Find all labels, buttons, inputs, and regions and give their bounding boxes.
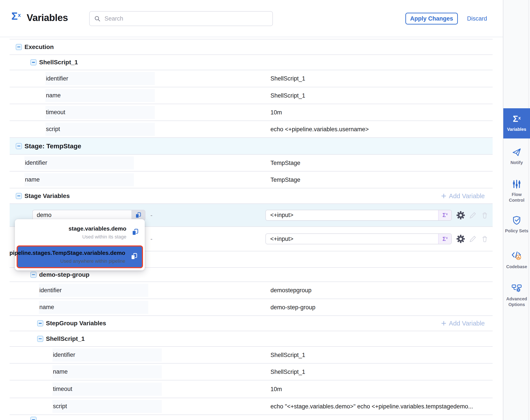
- field-value: TempStage: [270, 176, 300, 183]
- page-title: Variables: [27, 12, 68, 23]
- add-variable-button[interactable]: Add Variable: [441, 192, 485, 199]
- field-label: timeout: [45, 106, 155, 119]
- search-icon: [94, 15, 101, 22]
- section-label: demo-step-group: [39, 271, 89, 278]
- table-row-stepgroup-variables: StepGroup Variables Add Variable: [10, 316, 493, 331]
- expression-sigma-icon[interactable]: Σx: [438, 210, 451, 220]
- field-value: echo "<+stage.variables.demo>" echo <+pi…: [270, 403, 473, 410]
- variable-path-option-highlighted[interactable]: pipeline.stages.TempStage.variables.demo…: [17, 245, 143, 268]
- field-value: demostepgroup: [270, 287, 311, 294]
- sidebar-item-advanced-options[interactable]: Advanced Options: [503, 283, 530, 307]
- copy-icon[interactable]: [132, 210, 145, 220]
- edit-pencil-icon[interactable]: [469, 211, 477, 219]
- sigma-x-icon: Σx: [513, 114, 520, 123]
- sidebar-item-flow-control[interactable]: Flow Control: [503, 179, 530, 203]
- collapse-minus-icon[interactable]: [16, 193, 22, 199]
- collapse-minus-icon[interactable]: [30, 417, 37, 420]
- apply-changes-button[interactable]: Apply Changes: [405, 13, 458, 25]
- collapse-minus-icon[interactable]: [37, 320, 43, 326]
- field-label: name: [45, 89, 155, 102]
- table-row-field: name TempStage: [10, 171, 493, 188]
- table-row-field: identifier ShellScript_1: [10, 347, 493, 363]
- section-label: StepGroup Variables: [46, 320, 106, 327]
- right-sidebar: Σx Variables Notify Flow Control Policy …: [503, 0, 530, 420]
- table-row-field: identifier ShellScript_1: [10, 70, 493, 87]
- sidebar-item-label: Policy Sets: [505, 228, 529, 234]
- collapse-minus-icon[interactable]: [16, 44, 22, 50]
- delete-trash-icon[interactable]: [481, 235, 489, 243]
- variable-scope: Used anywhere within pipeline: [9, 258, 125, 264]
- field-value: 10m: [270, 109, 282, 116]
- section-label: ShellScript_1: [39, 59, 78, 66]
- table-row-field: identifier TempStage: [10, 155, 493, 171]
- field-label: identifier: [52, 348, 162, 361]
- copy-icon[interactable]: [131, 228, 139, 237]
- required-dash: -: [150, 235, 152, 242]
- table-row-field: name ShellScript_1: [10, 87, 493, 104]
- shield-check-icon: [512, 215, 522, 225]
- code-warning-icon: [511, 251, 522, 261]
- sidebar-item-label: Codebase: [506, 264, 527, 270]
- plus-icon: [441, 320, 447, 326]
- field-label: name: [39, 301, 148, 314]
- expression-sigma-icon[interactable]: Σx: [438, 234, 451, 244]
- field-label: name: [25, 173, 134, 186]
- variable-path-text: pipeline.stages.TempStage.variables.demo…: [9, 250, 125, 264]
- variable-value-input[interactable]: <+input> Σx: [265, 233, 452, 244]
- variable-value-text: <+input>: [266, 236, 438, 242]
- table-row-field: script echo <+pipeline.variables.usernam…: [10, 121, 493, 138]
- search-input[interactable]: [104, 15, 268, 22]
- field-label: identifier: [45, 72, 155, 85]
- collapse-minus-icon[interactable]: [37, 336, 43, 342]
- sidebar-item-notify[interactable]: Notify: [503, 147, 530, 165]
- table-row-field: script echo "<+stage.variables.demo>" ec…: [10, 398, 493, 415]
- sidebar-item-label: Variables: [507, 127, 526, 132]
- variable-name-text: demo: [33, 212, 132, 219]
- field-label: timeout: [52, 383, 162, 396]
- settings-gear-icon[interactable]: [456, 235, 465, 243]
- variable-scope: Used within its stage: [69, 234, 126, 240]
- variable-value-text: <+input>: [266, 212, 438, 219]
- discard-button[interactable]: Discard: [467, 15, 487, 22]
- variable-path-popup: stage.variables.demo Used within its sta…: [15, 219, 145, 270]
- field-label: identifier: [25, 156, 134, 169]
- field-value: 10m: [270, 386, 282, 392]
- add-variable-button[interactable]: Add Variable: [441, 320, 485, 327]
- sidebar-item-codebase[interactable]: Codebase: [503, 251, 530, 270]
- field-value: ShellScript_1: [270, 92, 305, 99]
- field-value: TempStage: [270, 160, 300, 166]
- collapse-minus-icon[interactable]: [30, 59, 37, 65]
- table-row-field: identifier demostepgroup: [10, 282, 493, 299]
- sidebar-item-policy-sets[interactable]: Policy Sets: [503, 215, 530, 234]
- field-label: identifier: [39, 284, 148, 297]
- edit-pencil-icon[interactable]: [469, 235, 477, 243]
- sidebar-item-variables[interactable]: Σx Variables: [503, 108, 530, 138]
- copy-icon[interactable]: [130, 253, 138, 261]
- table-row-field: name demo-step-group: [10, 299, 493, 316]
- section-label: Stage Variables: [25, 193, 70, 199]
- field-value: ShellScript_1: [270, 368, 305, 375]
- sidebar-item-label: Flow Control: [504, 192, 529, 203]
- variable-name-input[interactable]: demo: [32, 210, 145, 221]
- section-label: ShellScript_1: [46, 335, 85, 342]
- table-row-step: ShellScript_1: [10, 331, 493, 347]
- variable-path-option[interactable]: stage.variables.demo Used within its sta…: [15, 221, 145, 244]
- field-label: name: [52, 365, 162, 378]
- collapse-minus-icon[interactable]: [16, 143, 22, 149]
- variable-path: pipeline.stages.TempStage.variables.demo: [9, 250, 125, 256]
- settings-gear-icon[interactable]: [456, 211, 465, 220]
- search-box[interactable]: [89, 11, 273, 26]
- field-label: script: [45, 123, 155, 136]
- field-label: script: [52, 400, 162, 413]
- delete-trash-icon[interactable]: [481, 211, 489, 219]
- field-value: echo <+pipeline.variables.username>: [270, 126, 369, 133]
- table-row-field: timeout 10m: [10, 104, 493, 121]
- table-row-execution: Execution: [10, 39, 493, 55]
- sidebar-edge-divider: [529, 0, 529, 420]
- plus-icon: [441, 193, 447, 199]
- collapse-minus-icon[interactable]: [30, 272, 37, 278]
- variable-value-input[interactable]: <+input> Σx: [265, 210, 452, 221]
- field-value: ShellScript_1: [270, 75, 305, 82]
- sidebar-item-label: Advanced Options: [504, 296, 529, 307]
- field-value: ShellScript_1: [270, 352, 305, 358]
